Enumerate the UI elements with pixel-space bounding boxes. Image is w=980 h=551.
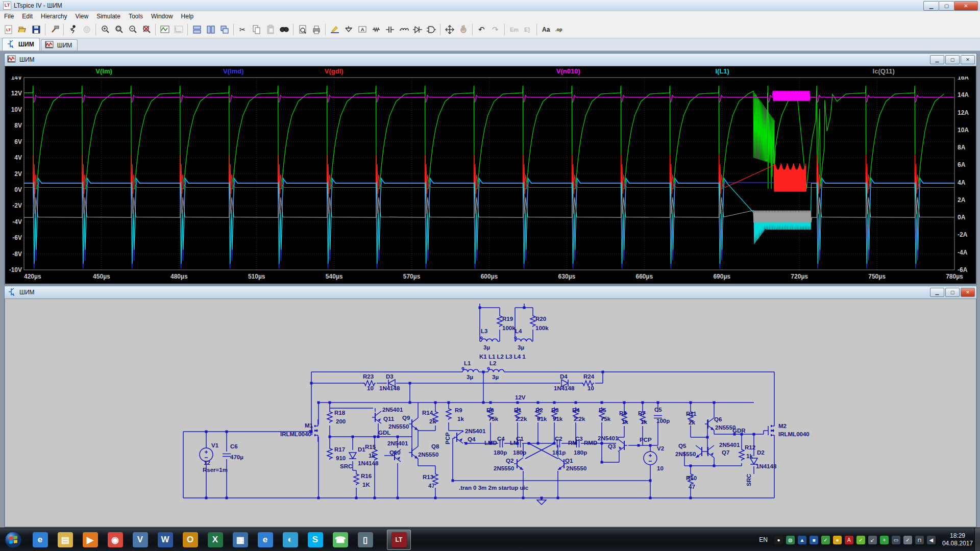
toolbar-copy-button[interactable] [250,23,263,36]
tab-waveform[interactable]: ШИМ [41,39,78,51]
tray-arrow[interactable]: ↙ [868,536,877,544]
tray-adobe[interactable]: A [845,536,853,544]
schematic-canvas[interactable]: R19100kR20100kL33µL43µK1 L1 L2 L3 L4 1L1… [5,298,976,527]
taskbar-app-phone-companion[interactable]: ▯ [353,530,377,550]
toolbar-paste-button[interactable] [264,23,277,36]
waveform-minimize-button[interactable]: ▁ [930,55,944,64]
taskbar-app-windows-explorer[interactable]: ▤ [53,530,77,550]
toolbar-ind-button[interactable] [397,23,410,36]
toolbar-autorange-button[interactable] [172,23,185,36]
toolbar-undo-button[interactable]: ↶ [475,23,488,36]
tray-network[interactable]: ⊓ [915,536,924,544]
taskbar-app-excel[interactable]: X [203,530,227,550]
taskbar-app-media-player[interactable]: ▶ [78,530,102,550]
toolbar-text-button[interactable]: Aa [540,23,552,36]
toolbar-diode-button[interactable] [411,23,424,36]
menu-help[interactable]: Help [177,12,198,21]
menu-window[interactable]: Window [147,12,177,21]
taskbar-app-whatsapp[interactable]: ☎ [328,530,352,550]
taskbar-app-vk-app[interactable]: V [128,530,152,550]
waveform-plot-area[interactable]: V(lm)V(lmd)V(gdl)V(n010)I(L1)Ic(Q11) 14V… [5,66,976,284]
waveform-window-titlebar[interactable]: ШИМ ▁ ▢ ✕ [5,54,976,66]
toolbar-res-button[interactable] [370,23,382,36]
trace-label-V(lm)[interactable]: V(lm) [95,67,112,75]
taskbar-app-ltspice[interactable]: LT [387,530,411,550]
waveform-close-button[interactable]: ✕ [961,55,975,64]
app-titlebar[interactable]: LT LTspice IV - ШИМ ▁ ▢ ✕ [0,0,980,12]
trace-label-I(L1)[interactable]: I(L1) [715,67,729,75]
toolbar-gate-button[interactable] [425,23,437,36]
menu-edit[interactable]: Edit [18,12,37,21]
toolbar-op-button[interactable]: .op [553,23,566,36]
toolbar-drag-button[interactable] [457,23,470,36]
app-close-button[interactable]: ✕ [954,1,978,11]
app-maximize-button[interactable]: ▢ [939,1,954,11]
start-button[interactable] [2,530,24,550]
toolbar-pane-button[interactable] [158,23,171,36]
taskbar-app-clock-app[interactable]: ◐ [278,530,302,550]
tray-printer[interactable]: ✓ [903,536,912,544]
taskbar-app-internet-explorer[interactable]: e [28,530,52,550]
toolbar-marke3-button[interactable]: E] [521,23,534,36]
toolbar-halt-button[interactable] [80,23,93,36]
toolbar-run-button[interactable] [66,23,79,36]
tab-schematic[interactable]: ШИМ [2,38,40,51]
toolbar-redo-button[interactable]: ↷ [489,23,502,36]
tray-display[interactable]: ▭ [892,536,900,544]
toolbar-open-button[interactable] [16,23,29,36]
tray-cloud-check[interactable]: ✓ [821,536,830,544]
toolbar-preview-button[interactable] [296,23,309,36]
taskbar-clock[interactable]: 18:29 04.08.2017 [942,532,973,547]
toolbar-cpanel-button[interactable] [48,23,61,36]
schematic-minimize-button[interactable]: ▁ [930,288,944,297]
taskbar-app-internet-explorer-2[interactable]: e [253,530,277,550]
waveform-maximize-button[interactable]: ▢ [945,55,960,64]
toolbar-zoomfull-button[interactable] [140,23,153,36]
menu-hierarchy[interactable]: Hierarchy [37,12,71,21]
menu-file[interactable]: File [0,12,18,21]
toolbar-cap-button[interactable] [383,23,396,36]
toolbar-ground-button[interactable] [342,23,355,36]
app-minimize-button[interactable]: ▁ [923,1,939,11]
language-indicator[interactable]: EN [759,536,768,543]
taskbar-app-chrome[interactable]: ◉ [103,530,127,550]
schematic-window-titlebar[interactable]: ШИМ ▁ ▢ ✕ [5,286,976,299]
taskbar-app-skype[interactable]: S [303,530,327,550]
menu-tools[interactable]: Tools [125,12,147,21]
tray-power[interactable]: ● [774,536,783,544]
taskbar-app-word[interactable]: W [153,530,177,550]
toolbar-zoomout-button[interactable] [126,23,139,36]
toolbar-winh-button[interactable] [190,23,203,36]
tray-volume[interactable]: ◀ [927,536,936,544]
schematic-maximize-button[interactable]: ▢ [945,288,960,297]
trace-label-V(lmd)[interactable]: V(lmd) [223,67,243,75]
toolbar-cut-button[interactable]: ✂ [236,23,249,36]
taskbar-app-outlook[interactable]: O [178,530,202,550]
toolbar-zoombox-button[interactable] [112,23,125,36]
toolbar-cascade-button[interactable] [218,23,231,36]
toolbar-markem-button[interactable]: Em [507,23,520,36]
toolbar-print-button[interactable] [310,23,323,36]
toolbar-new-button[interactable]: LT [2,23,15,36]
toolbar-label-button[interactable]: A [356,23,369,36]
show-desktop-button[interactable] [974,528,980,551]
tray-green-check[interactable]: ✓ [856,536,865,544]
tray-globe[interactable]: ◍ [786,536,795,544]
toolbar-wire-button[interactable] [328,23,341,36]
toolbar-save-button[interactable] [30,23,42,36]
toolbar-move-button[interactable] [443,23,456,36]
tray-camera[interactable]: ■ [810,536,818,544]
schematic-close-button[interactable]: ✕ [961,288,975,297]
menu-simulate[interactable]: Simulate [92,12,125,21]
waveform-plot[interactable]: 14V12V10V8V6V4V2V0V-2V-4V-6V-8V-10V16A14… [5,77,976,283]
toolbar-find-button[interactable] [278,23,290,36]
taskbar-app-calculator[interactable]: ▦ [228,530,252,550]
trace-label-V(gdl)[interactable]: V(gdl) [325,67,344,75]
tray-cloud-sync[interactable]: ● [833,536,842,544]
trace-label-Ic(Q11)[interactable]: Ic(Q11) [873,67,895,75]
trace-label-V(n010)[interactable]: V(n010) [556,67,580,75]
tray-shield[interactable]: ▲ [798,536,806,544]
toolbar-winv-button[interactable] [204,23,217,36]
toolbar-zoomin-button[interactable] [99,23,111,36]
menu-view[interactable]: View [71,12,92,21]
